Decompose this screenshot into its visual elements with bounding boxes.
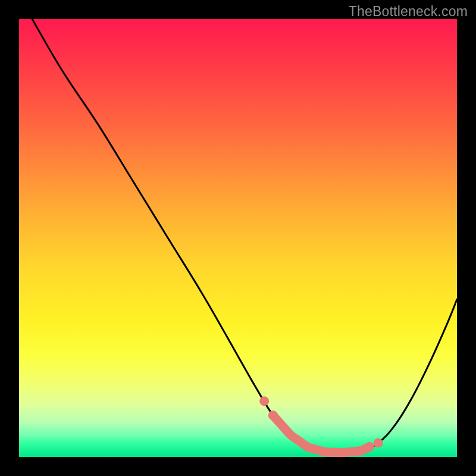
plot-area <box>19 19 457 457</box>
bottleneck-curve <box>32 19 457 453</box>
highlight-dot <box>259 396 269 406</box>
highlight-dot <box>365 442 374 452</box>
highlight-dot <box>356 446 365 456</box>
highlight-dot <box>374 438 383 447</box>
optimal-range-highlight <box>273 415 369 453</box>
highlight-dot <box>268 411 278 420</box>
chart-frame: TheBottleneck.com <box>0 0 476 476</box>
curve-svg <box>19 19 457 457</box>
watermark-text: TheBottleneck.com <box>349 4 468 20</box>
